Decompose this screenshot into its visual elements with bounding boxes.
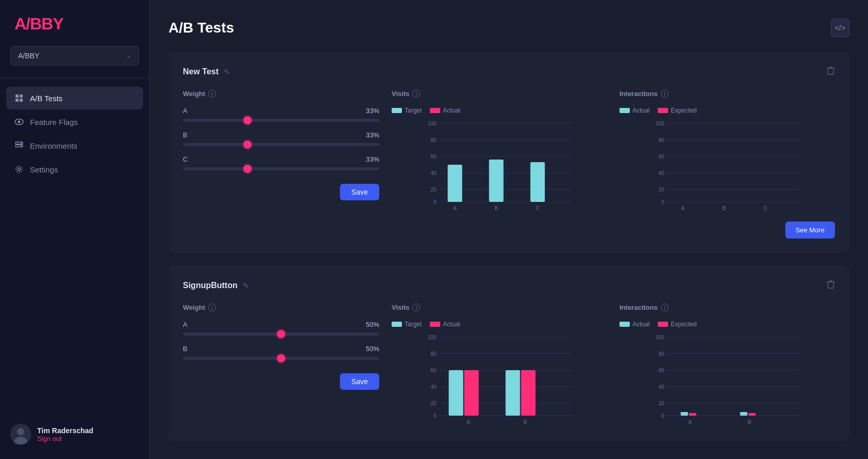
expected-int-legend-dot-signup — [658, 322, 668, 327]
interactions-legend-signup: Actual Expected — [619, 321, 835, 328]
sidebar-item-ab-tests[interactable]: A/B Tests — [6, 87, 143, 109]
actual-int-legend-dot — [619, 108, 630, 113]
svg-point-12 — [17, 428, 24, 435]
svg-rect-59 — [449, 370, 463, 416]
svg-text:60: 60 — [430, 368, 437, 373]
card-header: New Test ✎ — [183, 66, 835, 77]
gear-icon — [14, 165, 24, 174]
svg-text:C: C — [764, 205, 767, 211]
code-button[interactable]: </> — [831, 19, 849, 37]
grid-icon — [14, 93, 24, 103]
svg-text:0: 0 — [661, 413, 664, 419]
svg-point-10 — [18, 168, 21, 171]
svg-rect-62 — [521, 370, 536, 416]
actual-legend-label: Actual — [443, 107, 460, 114]
svg-text:B: B — [722, 205, 726, 211]
expected-int-legend-dot — [658, 108, 668, 113]
weight-info-icon[interactable]: i — [208, 90, 216, 98]
weight-row-a: A 33% — [183, 107, 379, 122]
svg-text:60: 60 — [430, 154, 437, 160]
legend-actual-int-signup: Actual — [619, 321, 649, 328]
svg-point-5 — [18, 121, 21, 123]
save-button-new-test[interactable]: Save — [340, 184, 379, 200]
weight-row-c: C 33% — [183, 155, 379, 170]
svg-text:100: 100 — [656, 121, 664, 126]
slider-b-thumb[interactable] — [243, 140, 252, 149]
svg-text:40: 40 — [658, 384, 664, 390]
svg-text:100: 100 — [428, 121, 437, 126]
dropdown-label: A/BBY — [18, 52, 39, 60]
svg-text:A: A — [688, 419, 692, 425]
sidebar-item-feature-flags-label: Feature Flags — [30, 118, 78, 126]
sidebar-item-environments-label: Environments — [30, 141, 78, 150]
actual-int-legend-label: Actual — [632, 107, 649, 114]
interactions-chart-svg-signup: 100 80 60 40 20 0 A — [619, 332, 835, 425]
svg-text:100: 100 — [656, 335, 664, 340]
target-legend-label: Target — [405, 107, 422, 114]
svg-rect-61 — [506, 370, 520, 416]
actual-int-legend-label-signup: Actual — [632, 321, 649, 328]
variant-b-value: 33% — [366, 131, 379, 139]
svg-rect-60 — [464, 370, 479, 416]
visits-section-title-signup: Visits i — [392, 304, 607, 311]
svg-text:B: B — [523, 419, 527, 425]
svg-point-8 — [21, 143, 22, 144]
sidebar-item-settings[interactable]: Settings — [6, 158, 143, 181]
svg-rect-78 — [689, 413, 696, 416]
save-button-signup[interactable]: Save — [340, 373, 379, 390]
interactions-info-icon[interactable]: i — [661, 90, 669, 98]
delete-icon[interactable] — [827, 66, 835, 77]
interactions-info-icon-signup[interactable]: i — [661, 304, 669, 311]
visits-info-icon-signup[interactable]: i — [412, 304, 420, 311]
legend-actual-signup: Actual — [430, 321, 460, 328]
user-section: Tim Raderschad Sign out — [0, 414, 149, 459]
weight-info-icon-signup[interactable]: i — [208, 304, 216, 311]
slider-a-thumb[interactable] — [243, 116, 252, 124]
svg-text:80: 80 — [658, 137, 664, 143]
edit-icon[interactable]: ✎ — [224, 68, 230, 76]
slider-c-track[interactable] — [183, 167, 379, 170]
sidebar-nav: A/B Tests Feature Flags Environments — [0, 85, 149, 414]
sign-out-link[interactable]: Sign out — [37, 435, 94, 442]
slider-b-track[interactable] — [183, 143, 379, 146]
sidebar-item-environments[interactable]: Environments — [6, 134, 143, 157]
slider-a-track[interactable] — [183, 119, 379, 122]
actual-int-legend-dot-signup — [619, 322, 630, 327]
svg-text:20: 20 — [658, 401, 664, 406]
test-card-signup-button: SignupButton ✎ Weight i A — [168, 265, 849, 441]
project-dropdown[interactable]: A/BBY ⌄ — [10, 46, 139, 66]
legend-target: Target — [392, 107, 422, 114]
sidebar-item-settings-label: Settings — [30, 165, 58, 174]
svg-text:60: 60 — [658, 368, 664, 373]
slider-c-thumb[interactable] — [243, 165, 252, 173]
interactions-section-title: Interactions i — [619, 90, 835, 98]
slider-signup-b-track[interactable] — [183, 357, 379, 360]
svg-text:B: B — [494, 205, 498, 211]
actual-legend-dot-signup — [430, 322, 440, 327]
see-more-button[interactable]: See More — [785, 221, 835, 239]
delete-icon-signup[interactable] — [827, 280, 835, 291]
svg-rect-28 — [531, 162, 545, 202]
sidebar-item-ab-tests-label: A/B Tests — [30, 94, 63, 103]
card-title: New Test — [183, 67, 219, 76]
legend-expected-int-signup: Expected — [658, 321, 696, 328]
svg-text:80: 80 — [430, 351, 437, 357]
interactions-legend: Actual Expected — [619, 107, 835, 114]
visits-section: Visits i Target Actual 100 80 — [392, 90, 607, 213]
svg-text:40: 40 — [430, 170, 437, 176]
slider-signup-a-thumb[interactable] — [277, 330, 285, 338]
svg-rect-0 — [16, 94, 19, 98]
target-legend-label-signup: Target — [405, 321, 422, 328]
svg-rect-1 — [20, 94, 23, 98]
edit-icon-signup[interactable]: ✎ — [243, 281, 249, 290]
target-legend-dot-signup — [392, 322, 402, 327]
visits-info-icon[interactable]: i — [412, 90, 420, 98]
target-legend-dot — [392, 108, 402, 113]
weight-row-signup-b: B 50% — [183, 345, 379, 360]
svg-text:80: 80 — [430, 137, 437, 143]
actual-legend-label-signup: Actual — [443, 321, 460, 328]
slider-signup-b-thumb[interactable] — [277, 354, 285, 362]
slider-signup-a-track[interactable] — [183, 333, 379, 336]
sidebar-item-feature-flags[interactable]: Feature Flags — [6, 110, 143, 133]
expected-int-legend-label: Expected — [671, 107, 696, 114]
